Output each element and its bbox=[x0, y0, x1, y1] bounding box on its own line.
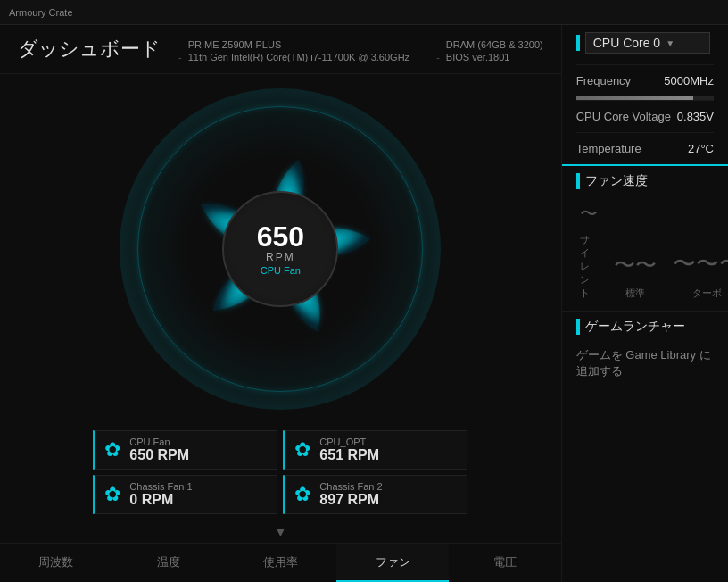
fan-card-name-3: Chassis Fan 2 bbox=[319, 481, 382, 492]
dashboard-header: ダッシュボード - PRIME Z590M-PLUS - DRAM (64GB … bbox=[0, 25, 561, 74]
left-panel: ダッシュボード - PRIME Z590M-PLUS - DRAM (64GB … bbox=[0, 25, 561, 582]
fan-card-name-0: CPU Fan bbox=[129, 436, 189, 447]
titlebar: Armoury Crate bbox=[0, 0, 728, 25]
fan-card-chassis1[interactable]: ✿ Chassis Fan 1 0 RPM bbox=[93, 475, 277, 514]
game-launcher-title: ゲームランチャー bbox=[585, 319, 685, 335]
dashboard-title: ダッシュボード bbox=[18, 36, 161, 62]
fan-card-value-0: 650 RPM bbox=[129, 447, 189, 463]
fan-card-value-3: 897 RPM bbox=[319, 492, 382, 508]
cpu-core-header: CPU Core 0 ▼ bbox=[576, 32, 714, 54]
fan-cards-area: ✿ CPU Fan 650 RPM ✿ CPU_OPT 651 RPM ✿ Ch… bbox=[75, 423, 485, 521]
scroll-down-arrow[interactable]: ▼ bbox=[0, 521, 561, 543]
fan-type-label: CPU Fan bbox=[261, 265, 301, 276]
fan-rpm-label: RPM bbox=[266, 251, 295, 263]
nav-temperature[interactable]: 温度 bbox=[112, 544, 225, 582]
temperature-label: Temperature bbox=[576, 142, 641, 155]
standard-icon: 〜〜 bbox=[614, 251, 657, 279]
fan-icon-chassis2: ✿ bbox=[294, 485, 310, 504]
fan-speed-indicator bbox=[576, 173, 580, 189]
standard-label: 標準 bbox=[625, 287, 645, 300]
voltage-value: 0.835V bbox=[677, 110, 714, 123]
frequency-value: 5000MHz bbox=[664, 74, 714, 87]
silent-icon: 〜 bbox=[580, 202, 598, 226]
spec-motherboard: - PRIME Z590M-PLUS bbox=[178, 39, 410, 50]
nav-voltage[interactable]: 電圧 bbox=[449, 544, 561, 582]
game-launcher-header: ゲームランチャー bbox=[576, 319, 714, 335]
frequency-label: Frequency bbox=[576, 74, 631, 87]
bottom-nav: 周波数 温度 使用率 ファン 電圧 bbox=[0, 543, 561, 582]
spec-cpu: - 11th Gen Intel(R) Core(TM) i7-11700K @… bbox=[178, 52, 410, 62]
fan-card-chassis2[interactable]: ✿ Chassis Fan 2 897 RPM bbox=[283, 475, 467, 514]
voltage-label: CPU Core Voltage bbox=[576, 110, 671, 123]
fan-rpm-value: 650 bbox=[257, 222, 304, 251]
nav-fan[interactable]: ファン bbox=[336, 544, 449, 582]
nav-frequency[interactable]: 周波数 bbox=[0, 544, 112, 582]
spec-bios: - BIOS ver.1801 bbox=[436, 52, 543, 62]
fan-card-value-2: 0 RPM bbox=[129, 492, 192, 508]
nav-usage[interactable]: 使用率 bbox=[224, 544, 336, 582]
cpu-core-section: CPU Core 0 ▼ Frequency 5000MHz CPU Core … bbox=[562, 25, 728, 166]
fan-mode-standard[interactable]: 〜〜 標準 bbox=[614, 251, 657, 300]
frequency-bar bbox=[576, 96, 714, 100]
main-container: ダッシュボード - PRIME Z590M-PLUS - DRAM (64GB … bbox=[0, 25, 728, 582]
titlebar-title: Armoury Crate bbox=[9, 7, 73, 18]
fan-mode-turbo[interactable]: 〜〜〜 ターボ bbox=[673, 248, 728, 300]
fan-gauge-area: 650 RPM CPU Fan bbox=[0, 74, 561, 423]
cpu-section-indicator bbox=[576, 35, 580, 51]
fan-icon-cpu: ✿ bbox=[104, 440, 120, 460]
spec-dram: - DRAM (64GB & 3200) bbox=[436, 39, 543, 50]
right-panel: CPU Core 0 ▼ Frequency 5000MHz CPU Core … bbox=[561, 25, 728, 582]
temperature-row: Temperature 27°C bbox=[576, 132, 714, 164]
dashboard-specs: - PRIME Z590M-PLUS - DRAM (64GB & 3200) … bbox=[178, 36, 543, 62]
fan-card-value-1: 651 RPM bbox=[319, 447, 379, 463]
cpu-core-dropdown[interactable]: CPU Core 0 ▼ bbox=[585, 32, 710, 54]
fan-icon-opt: ✿ bbox=[294, 440, 310, 460]
frequency-row: Frequency 5000MHz bbox=[576, 64, 714, 91]
turbo-icon: 〜〜〜 bbox=[673, 248, 728, 279]
fan-speed-title: ファン速度 bbox=[585, 173, 648, 189]
voltage-row: CPU Core Voltage 0.835V bbox=[576, 100, 714, 132]
game-launcher-indicator bbox=[576, 319, 580, 335]
game-launcher-add-text[interactable]: ゲームを Game Library に追加する bbox=[576, 347, 714, 379]
silent-label: サイレント bbox=[580, 233, 598, 300]
fan-mode-silent[interactable]: 〜 サイレント bbox=[580, 202, 598, 300]
fan-container: 650 RPM CPU Fan bbox=[120, 88, 441, 410]
turbo-label: ターボ bbox=[692, 287, 722, 300]
frequency-bar-fill bbox=[576, 96, 693, 100]
game-launcher-section: ゲームランチャー ゲームを Game Library に追加する bbox=[562, 312, 728, 582]
fan-icon-chassis1: ✿ bbox=[104, 485, 120, 504]
fan-speed-modes: 〜 サイレント 〜〜 標準 〜〜〜 ターボ ≋≋ フルスピ... bbox=[576, 202, 714, 300]
fan-card-name-1: CPU_OPT bbox=[319, 436, 379, 447]
fan-card-cpu-fan[interactable]: ✿ CPU Fan 650 RPM bbox=[93, 430, 277, 470]
fan-card-name-2: Chassis Fan 1 bbox=[129, 481, 192, 492]
fan-card-cpu-opt[interactable]: ✿ CPU_OPT 651 RPM bbox=[283, 430, 467, 470]
fan-speed-section: ファン速度 〜 サイレント 〜〜 標準 〜〜〜 ターボ ≋≋ フルスピ... bbox=[562, 166, 728, 312]
dropdown-arrow-icon: ▼ bbox=[666, 38, 674, 48]
fan-center-display: 650 RPM CPU Fan bbox=[222, 191, 338, 307]
fan-speed-header: ファン速度 bbox=[576, 173, 714, 189]
temperature-value: 27°C bbox=[688, 142, 714, 155]
